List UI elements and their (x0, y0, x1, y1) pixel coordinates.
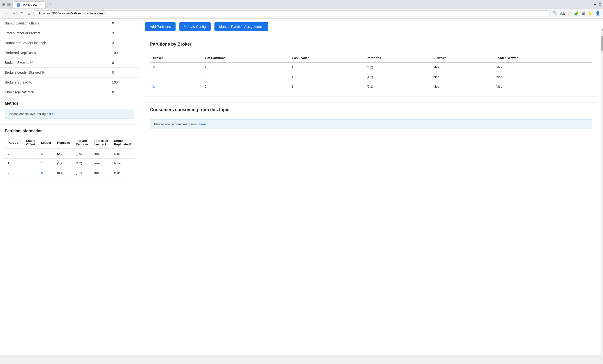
broker-partitions: (0,1) (364, 82, 430, 91)
page-content: Sum of partition offsets 0 Total number … (0, 19, 603, 355)
broker-col-header: Partitions (364, 54, 430, 62)
new-tab-button[interactable]: + (46, 0, 54, 8)
stats-row: Brokers Leader Skewed % 0 (0, 68, 139, 77)
stats-label: Preferred Replicas % (0, 48, 107, 58)
partition-in-sync: (2,0) (73, 149, 91, 159)
polling-message-suffix: . (206, 122, 207, 126)
update-config-button[interactable]: Update Config (179, 22, 211, 31)
partition-replicas: (2,0) (54, 149, 73, 159)
broker-row: 2 2 1 (0,1) false false (150, 82, 592, 91)
stats-row: Preferred Replicas % 100 (0, 48, 139, 58)
broker-col-header: # as Leader (289, 54, 364, 62)
polling-message-prefix: Please enable consumer polling (154, 122, 199, 126)
consumers-section: Consumers consuming from this topic Plea… (145, 102, 597, 134)
partition-col-header: Replicas (54, 136, 73, 149)
partition-replicas: (1,2) (54, 159, 73, 168)
stats-table: Sum of partition offsets 0 Total number … (0, 19, 139, 97)
partition-under-replicated: false (111, 168, 135, 178)
stats-label: Number of Brokers for Topic (0, 38, 107, 48)
stats-value: 3 (107, 38, 139, 48)
window-controls[interactable]: ─ □ (2, 3, 11, 6)
broker-col-header: Leader Skewed? (493, 54, 592, 62)
jmx-message-prefix: Please enable JMX polling (9, 112, 46, 116)
reload-button[interactable]: ↻ (19, 10, 24, 17)
stats-row: Under-replicated % 0 (0, 87, 139, 97)
partition-col-header: Leader (38, 136, 54, 149)
url-info-icon: ℹ (36, 12, 38, 15)
partitions-by-broker-section: Partitions by Broker Broker# of Partitio… (145, 37, 597, 97)
partition-in-sync: (0,1) (73, 168, 91, 178)
broker-col-header: Broker (150, 54, 202, 62)
partition-num: 2 (5, 168, 23, 178)
partition-col-header: Latest Offset (23, 136, 38, 149)
forward-button[interactable]: → (11, 10, 17, 17)
broker-skewed: false (430, 62, 493, 72)
stats-value: 0 (107, 87, 139, 97)
broker-leader-skewed: false (493, 82, 592, 91)
partition-col-header: Preferred Leader? (92, 136, 111, 149)
scroll-up-arrow[interactable]: ▲ (601, 28, 603, 32)
broker-table: Broker# of Partitions# as LeaderPartitio… (150, 54, 592, 91)
jmx-here-link[interactable]: here (46, 112, 53, 116)
restore-win-button[interactable]: □ (599, 2, 601, 6)
broker-col-header: # of Partitions (202, 54, 289, 62)
extensions-icon[interactable]: 🧩 (574, 11, 579, 16)
home-button[interactable]: ⌂ (27, 10, 31, 17)
jmx-message-suffix: . (53, 112, 54, 116)
broker-id: 1 (150, 72, 202, 82)
stats-label: Brokers Skewed % (0, 58, 107, 68)
stats-row: Number of Brokers for Topic 3 (0, 38, 139, 48)
stats-value: 0 (107, 58, 139, 68)
partition-latest-offset (23, 159, 38, 168)
partition-preferred: true (92, 159, 111, 168)
partition-leader: 0 (38, 168, 54, 178)
consumer-polling-box: Please enable consumer polling here. (150, 119, 592, 129)
partition-num: 1 (5, 159, 23, 168)
stats-value: 0 (107, 68, 139, 77)
stats-value: 0 (107, 19, 139, 28)
search-icon[interactable]: 🔍 (552, 11, 557, 16)
stats-value: 100 (107, 77, 139, 87)
broker-as-leader: 1 (289, 82, 364, 91)
metrics-section: Metrics Please enable JMX polling here. (0, 97, 139, 123)
url-path: 9000/clusters/kafka-cluster/topics/test1 (52, 11, 106, 15)
stats-row: Sum of partition offsets 0 (0, 19, 139, 28)
add-partitions-button[interactable]: Add Partitions (145, 22, 175, 31)
partition-col-header: Partition (5, 136, 23, 149)
bookmark-icon[interactable]: ☆ (568, 11, 571, 16)
address-bar: ← → ↻ ⌂ ℹ localhost:9000/clusters/kafka-… (0, 9, 603, 18)
broker-leader-skewed: false (493, 62, 592, 72)
back-button[interactable]: ← (3, 10, 9, 17)
reader-mode-icon[interactable]: Aa (560, 11, 565, 16)
tab-favicon (17, 3, 20, 7)
partition-row: 0 2 (2,0) (2,0) true false (5, 149, 135, 159)
minimize-win-button[interactable]: ─ (594, 2, 596, 6)
maximize-button[interactable]: □ (7, 3, 11, 6)
broker-as-leader: 1 (289, 72, 364, 82)
minimize-button[interactable]: ─ (2, 3, 5, 6)
partition-row: 2 0 (0,1) (0,1) true false (5, 168, 135, 178)
consumers-title: Consumers consuming from this topic (150, 107, 592, 115)
close-tab-button[interactable]: ✕ (39, 3, 42, 7)
broker-leader-skewed: false (493, 72, 592, 82)
scrollbar[interactable]: ▲ (601, 28, 603, 355)
split-view-icon[interactable]: ⊞ (582, 11, 585, 16)
stats-value: 3 (107, 28, 139, 38)
broker-num-partitions: 2 (202, 62, 289, 72)
stats-row: Total number of Brokers 3 (0, 28, 139, 38)
url-input[interactable]: ℹ localhost:9000/clusters/kafka-cluster/… (33, 10, 550, 16)
consumer-here-link[interactable]: here (199, 122, 206, 126)
partition-leader: 2 (38, 149, 54, 159)
partition-preferred: true (92, 168, 111, 178)
scrollbar-thumb[interactable] (601, 36, 603, 51)
profile-icon[interactable]: 👤 (595, 11, 600, 16)
broker-row: 1 2 1 (1,2) false false (150, 72, 592, 82)
partition-under-replicated: false (111, 149, 135, 159)
favorites-icon[interactable]: ⭐ (588, 11, 592, 16)
manual-partition-assignments-button[interactable]: Manual Partition Assignments (214, 22, 268, 31)
partition-info-title: Partition Information (5, 129, 134, 133)
metrics-title: Metrics (5, 101, 134, 106)
browser-tab[interactable]: Topic View ✕ (12, 1, 46, 8)
stats-label: Sum of partition offsets (0, 19, 107, 28)
tab-title: Topic View (22, 3, 37, 7)
